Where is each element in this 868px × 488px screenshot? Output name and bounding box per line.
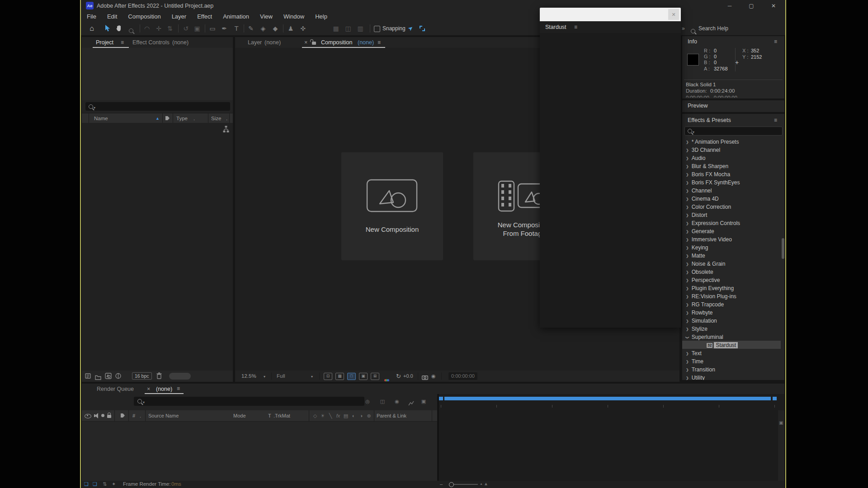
timecode-display[interactable]: 0:00:00:00 (448, 372, 477, 380)
rotate-tool-icon[interactable]: ↺ (180, 22, 192, 35)
new-composition-card[interactable]: New Composition (341, 152, 443, 260)
close-button[interactable]: ✕ (767, 0, 780, 12)
timeline-search-input[interactable]: ▾ (134, 397, 364, 406)
effects-category[interactable]: ❯Keying (682, 243, 784, 251)
camera-tool-icon[interactable]: ▣ (191, 22, 203, 35)
lock-icon[interactable] (107, 415, 111, 418)
menu-effect[interactable]: Effect (192, 12, 217, 22)
3d-switch-icon[interactable]: ⊕ (365, 410, 373, 421)
collapse-panels-icon[interactable]: » (682, 22, 685, 35)
hand-tool-icon[interactable] (116, 25, 123, 33)
pen-tool-icon[interactable]: ✒ (218, 22, 230, 35)
frame-blend-icon[interactable]: ◫ (379, 396, 386, 407)
effects-category[interactable]: ❯Immersive Video (682, 235, 784, 243)
comp-marker-icon[interactable]: ▣ (779, 420, 783, 425)
menu-window[interactable]: Window (278, 12, 310, 22)
zoom-level[interactable]: 12.5% (241, 371, 256, 382)
effects-category[interactable]: ❯Distort (682, 211, 784, 219)
orbit-camera-tool-icon[interactable]: ◠ (141, 22, 153, 35)
shy-switch-icon[interactable]: ◇ (311, 410, 319, 421)
show-snapshot-icon[interactable]: ◉ (431, 371, 436, 382)
column-source-name[interactable]: Source Name (148, 410, 179, 421)
stardust-panel-menu-icon[interactable]: ≡ (574, 24, 577, 30)
menu-file[interactable]: File (81, 12, 102, 22)
label-color-icon[interactable] (165, 116, 170, 120)
pan-camera-tool-icon[interactable]: ✛ (153, 22, 165, 35)
effects-category[interactable]: ❯Plugin Everything (682, 284, 784, 292)
render-settings-icon[interactable]: ✦ (112, 481, 116, 487)
effects-category[interactable]: ❯Expression Controls (682, 219, 784, 227)
column-t[interactable]: T (268, 410, 271, 421)
project-panel-menu-icon[interactable]: ≡ (121, 39, 124, 46)
tab-render-queue[interactable]: Render Queue (97, 384, 134, 394)
scrollbar-thumb[interactable] (782, 238, 784, 259)
timeline-layer-area[interactable] (82, 422, 437, 481)
effects-category[interactable]: ❯RE:Vision Plug-ins (682, 292, 784, 300)
timeline-track-area[interactable] (439, 410, 778, 481)
bit-depth-button[interactable]: 16 bpc (132, 372, 152, 380)
project-flowchart-icon[interactable] (222, 126, 230, 135)
project-search-input[interactable]: ▾ (85, 102, 230, 111)
menu-help[interactable]: Help (310, 12, 333, 22)
stardust-panel-title[interactable]: Stardust (545, 22, 566, 33)
column-mode[interactable]: Mode (233, 410, 246, 421)
tab-layer[interactable]: Layer (248, 37, 262, 48)
resolution-caret-icon[interactable]: ▾ (311, 375, 313, 379)
timeline-h-scrollbar[interactable] (444, 397, 771, 400)
zoom-in-large-icon[interactable]: ▲ (484, 481, 488, 486)
scrollbar-right-cap[interactable] (773, 397, 777, 400)
effects-panel-menu-icon[interactable]: ≡ (774, 117, 777, 123)
expand-layers-icon[interactable]: ❏ (84, 481, 89, 487)
zoom-out-icon[interactable]: – (440, 481, 443, 487)
column-trkmat[interactable]: .TrkMat (274, 410, 290, 421)
stardust-window-titlebar[interactable]: ✕ (540, 8, 681, 21)
zoom-in-small-icon[interactable]: ▲ (480, 482, 483, 485)
adjustment-switch-icon[interactable]: ◑ (358, 410, 365, 421)
effects-category[interactable]: ❯Simulation (682, 316, 784, 324)
home-icon[interactable]: ⌂ (86, 22, 98, 35)
effects-category[interactable]: ❯Stylize (682, 324, 784, 333)
sort-ascending-icon[interactable]: ▲ (156, 113, 160, 123)
column-type[interactable]: Type (176, 113, 188, 123)
timeline-zoom-track[interactable] (452, 484, 478, 485)
effects-category[interactable]: ❯Rowbyte (682, 308, 784, 316)
dolly-camera-tool-icon[interactable]: ⇅ (164, 22, 176, 35)
column-size[interactable]: Size (211, 113, 221, 123)
effects-category[interactable]: ❯Boris FX SynthEyes (682, 178, 784, 186)
mask-visibility-icon[interactable]: □ (347, 373, 356, 380)
motion-blur-switch-icon[interactable]: ◐ (350, 410, 357, 421)
clone-stamp-tool-icon[interactable]: ◈ (257, 22, 269, 35)
guides-icon[interactable]: ▣ (359, 373, 368, 380)
stardust-close-icon[interactable]: ✕ (668, 9, 679, 20)
menu-view[interactable]: View (255, 12, 278, 22)
puppet-pin-tool-icon[interactable]: ✜ (297, 22, 309, 35)
column-parent-link[interactable]: Parent & Link (377, 410, 406, 421)
effects-category[interactable]: ❯Blur & Sharpen (682, 162, 784, 170)
effects-category[interactable]: ❯Text (682, 349, 784, 357)
eraser-tool-icon[interactable]: ◆ (269, 22, 281, 35)
effect-stardust-selected[interactable]: 32Stardust (682, 341, 781, 349)
zoom-caret-icon[interactable]: ▾ (264, 375, 265, 379)
fx-switch-icon[interactable]: fx (335, 410, 342, 421)
effects-category[interactable]: ❯RG Trapcode (682, 300, 784, 308)
label-color-icon[interactable] (121, 413, 125, 418)
zoom-tool-icon[interactable] (129, 26, 133, 34)
selection-tool-icon[interactable] (104, 25, 111, 34)
audio-icon[interactable] (94, 414, 95, 417)
tab-effect-controls[interactable]: Effect Controls (132, 37, 170, 48)
type-tool-icon[interactable]: T (231, 22, 242, 35)
info-panel-menu-icon[interactable]: ≡ (774, 38, 777, 45)
show-channel-icon[interactable] (385, 375, 389, 383)
effects-category[interactable]: ❯Cinema 4D (682, 194, 784, 202)
graph-editor-icon[interactable] (408, 399, 414, 408)
new-composition-icon[interactable] (105, 373, 112, 381)
reset-exposure-icon[interactable]: ↻ (396, 371, 401, 382)
effects-category[interactable]: ❯Time (682, 357, 784, 365)
effects-category[interactable]: ❯Generate (682, 227, 784, 235)
snapshot-camera-icon[interactable] (422, 374, 428, 382)
effects-category[interactable]: ❯3D Channel (682, 145, 784, 154)
color-depth-icon[interactable] (115, 373, 122, 381)
timeline-zoom-knob[interactable] (449, 482, 454, 487)
tab-composition[interactable]: Composition (321, 37, 352, 48)
effects-category[interactable]: ❯Boris FX Mocha (682, 170, 784, 178)
